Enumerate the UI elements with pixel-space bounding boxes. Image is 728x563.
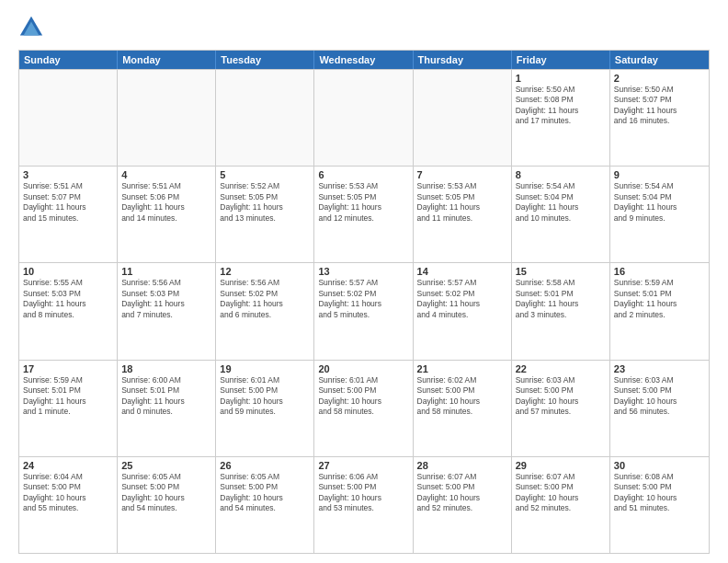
day-info: Sunrise: 5:55 AM Sunset: 5:03 PM Dayligh…: [23, 278, 113, 320]
cal-header-wednesday: Wednesday: [314, 51, 413, 69]
logo: [18, 15, 48, 40]
day-info: Sunrise: 5:59 AM Sunset: 5:01 PM Dayligh…: [614, 278, 705, 320]
cal-cell: [19, 70, 118, 166]
cal-cell: 3Sunrise: 5:51 AM Sunset: 5:07 PM Daylig…: [19, 167, 118, 262]
day-info: Sunrise: 5:50 AM Sunset: 5:08 PM Dayligh…: [516, 85, 606, 127]
page: SundayMondayTuesdayWednesdayThursdayFrid…: [0, 0, 728, 563]
day-info: Sunrise: 5:56 AM Sunset: 5:03 PM Dayligh…: [121, 278, 211, 320]
day-number: 6: [318, 169, 408, 180]
cal-header-tuesday: Tuesday: [216, 51, 314, 69]
cal-week-3: 10Sunrise: 5:55 AM Sunset: 5:03 PM Dayli…: [19, 262, 709, 359]
cal-header-thursday: Thursday: [414, 51, 512, 69]
day-number: 19: [220, 363, 310, 374]
day-number: 23: [614, 363, 705, 374]
day-info: Sunrise: 6:01 AM Sunset: 5:00 PM Dayligh…: [220, 375, 310, 418]
day-number: 10: [23, 266, 113, 277]
calendar-body: 1Sunrise: 5:50 AM Sunset: 5:08 PM Daylig…: [19, 69, 709, 553]
day-number: 15: [516, 266, 606, 277]
day-number: 13: [318, 266, 408, 277]
day-number: 29: [516, 460, 606, 471]
logo-icon: [18, 15, 44, 40]
day-number: 12: [220, 266, 310, 277]
cal-header-saturday: Saturday: [610, 51, 709, 69]
day-info: Sunrise: 5:51 AM Sunset: 5:06 PM Dayligh…: [121, 181, 211, 224]
cal-cell: 10Sunrise: 5:55 AM Sunset: 5:03 PM Dayli…: [19, 263, 118, 359]
day-number: 22: [516, 363, 606, 374]
day-info: Sunrise: 5:56 AM Sunset: 5:02 PM Dayligh…: [220, 278, 310, 320]
day-info: Sunrise: 5:58 AM Sunset: 5:01 PM Dayligh…: [516, 278, 606, 320]
cal-cell: 26Sunrise: 6:05 AM Sunset: 5:00 PM Dayli…: [216, 457, 314, 553]
cal-cell: 22Sunrise: 6:03 AM Sunset: 5:00 PM Dayli…: [512, 361, 610, 456]
day-info: Sunrise: 5:57 AM Sunset: 5:02 PM Dayligh…: [417, 278, 507, 320]
calendar-header-row: SundayMondayTuesdayWednesdayThursdayFrid…: [19, 51, 709, 69]
day-number: 27: [318, 460, 408, 471]
day-info: Sunrise: 6:03 AM Sunset: 5:00 PM Dayligh…: [614, 375, 705, 418]
cal-cell: 11Sunrise: 5:56 AM Sunset: 5:03 PM Dayli…: [118, 263, 216, 359]
cal-header-monday: Monday: [118, 51, 216, 69]
cal-cell: 21Sunrise: 6:02 AM Sunset: 5:00 PM Dayli…: [414, 361, 512, 456]
cal-cell: 19Sunrise: 6:01 AM Sunset: 5:00 PM Dayli…: [216, 361, 314, 456]
day-number: 18: [121, 363, 211, 374]
cal-cell: 14Sunrise: 5:57 AM Sunset: 5:02 PM Dayli…: [414, 263, 512, 359]
cal-cell: 16Sunrise: 5:59 AM Sunset: 5:01 PM Dayli…: [610, 263, 709, 359]
cal-cell: 23Sunrise: 6:03 AM Sunset: 5:00 PM Dayli…: [610, 361, 709, 456]
day-info: Sunrise: 5:51 AM Sunset: 5:07 PM Dayligh…: [23, 181, 113, 224]
day-info: Sunrise: 6:02 AM Sunset: 5:00 PM Dayligh…: [417, 375, 507, 418]
day-number: 3: [23, 169, 113, 180]
cal-cell: 28Sunrise: 6:07 AM Sunset: 5:00 PM Dayli…: [414, 457, 512, 553]
cal-cell: [314, 70, 413, 166]
calendar: SundayMondayTuesdayWednesdayThursdayFrid…: [18, 50, 710, 554]
day-info: Sunrise: 5:59 AM Sunset: 5:01 PM Dayligh…: [23, 375, 113, 418]
cal-cell: 7Sunrise: 5:53 AM Sunset: 5:05 PM Daylig…: [414, 167, 512, 262]
day-number: 20: [318, 363, 408, 374]
cal-cell: 9Sunrise: 5:54 AM Sunset: 5:04 PM Daylig…: [610, 167, 709, 262]
day-info: Sunrise: 6:00 AM Sunset: 5:01 PM Dayligh…: [121, 375, 211, 418]
day-info: Sunrise: 6:03 AM Sunset: 5:00 PM Dayligh…: [516, 375, 606, 418]
day-number: 9: [614, 169, 705, 180]
cal-cell: 17Sunrise: 5:59 AM Sunset: 5:01 PM Dayli…: [19, 361, 118, 456]
cal-week-4: 17Sunrise: 5:59 AM Sunset: 5:01 PM Dayli…: [19, 360, 709, 456]
cal-week-2: 3Sunrise: 5:51 AM Sunset: 5:07 PM Daylig…: [19, 166, 709, 262]
day-info: Sunrise: 5:54 AM Sunset: 5:04 PM Dayligh…: [614, 181, 705, 224]
cal-cell: 1Sunrise: 5:50 AM Sunset: 5:08 PM Daylig…: [512, 70, 610, 166]
day-info: Sunrise: 5:53 AM Sunset: 5:05 PM Dayligh…: [318, 181, 408, 224]
day-info: Sunrise: 5:52 AM Sunset: 5:05 PM Dayligh…: [220, 181, 310, 224]
cal-cell: 12Sunrise: 5:56 AM Sunset: 5:02 PM Dayli…: [216, 263, 314, 359]
day-number: 21: [417, 363, 507, 374]
day-info: Sunrise: 5:54 AM Sunset: 5:04 PM Dayligh…: [516, 181, 606, 224]
day-number: 7: [417, 169, 507, 180]
day-number: 2: [614, 73, 705, 84]
day-info: Sunrise: 6:05 AM Sunset: 5:00 PM Dayligh…: [220, 472, 310, 514]
day-number: 30: [614, 460, 705, 471]
cal-cell: 30Sunrise: 6:08 AM Sunset: 5:00 PM Dayli…: [610, 457, 709, 553]
day-number: 4: [121, 169, 211, 180]
cal-cell: 4Sunrise: 5:51 AM Sunset: 5:06 PM Daylig…: [118, 167, 216, 262]
cal-header-sunday: Sunday: [19, 51, 118, 69]
day-number: 16: [614, 266, 705, 277]
day-number: 8: [516, 169, 606, 180]
cal-cell: 24Sunrise: 6:04 AM Sunset: 5:00 PM Dayli…: [19, 457, 118, 553]
cal-cell: 25Sunrise: 6:05 AM Sunset: 5:00 PM Dayli…: [118, 457, 216, 553]
cal-cell: 15Sunrise: 5:58 AM Sunset: 5:01 PM Dayli…: [512, 263, 610, 359]
cal-cell: 29Sunrise: 6:07 AM Sunset: 5:00 PM Dayli…: [512, 457, 610, 553]
day-number: 26: [220, 460, 310, 471]
day-info: Sunrise: 5:57 AM Sunset: 5:02 PM Dayligh…: [318, 278, 408, 320]
cal-cell: [414, 70, 512, 166]
day-info: Sunrise: 6:05 AM Sunset: 5:00 PM Dayligh…: [121, 472, 211, 514]
day-number: 1: [516, 73, 606, 84]
day-number: 14: [417, 266, 507, 277]
day-info: Sunrise: 6:06 AM Sunset: 5:00 PM Dayligh…: [318, 472, 408, 514]
cal-week-1: 1Sunrise: 5:50 AM Sunset: 5:08 PM Daylig…: [19, 69, 709, 166]
cal-cell: 27Sunrise: 6:06 AM Sunset: 5:00 PM Dayli…: [314, 457, 413, 553]
header: [18, 15, 710, 40]
cal-cell: [118, 70, 216, 166]
day-number: 24: [23, 460, 113, 471]
day-number: 25: [121, 460, 211, 471]
day-info: Sunrise: 6:07 AM Sunset: 5:00 PM Dayligh…: [516, 472, 606, 514]
day-number: 5: [220, 169, 310, 180]
day-number: 28: [417, 460, 507, 471]
cal-cell: 18Sunrise: 6:00 AM Sunset: 5:01 PM Dayli…: [118, 361, 216, 456]
day-info: Sunrise: 6:04 AM Sunset: 5:00 PM Dayligh…: [23, 472, 113, 514]
cal-cell: 2Sunrise: 5:50 AM Sunset: 5:07 PM Daylig…: [610, 70, 709, 166]
day-info: Sunrise: 6:07 AM Sunset: 5:00 PM Dayligh…: [417, 472, 507, 514]
